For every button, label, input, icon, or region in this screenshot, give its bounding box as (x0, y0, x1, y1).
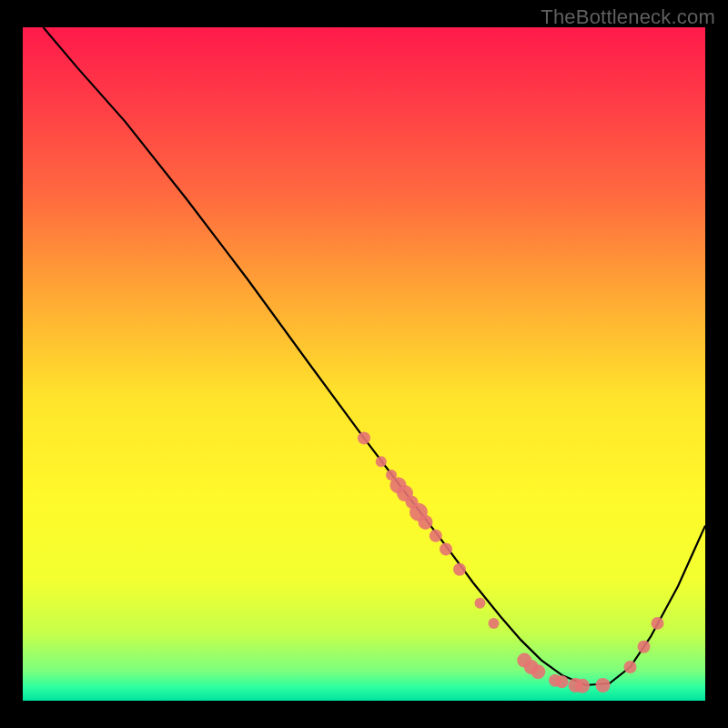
data-point (531, 664, 545, 679)
data-point (376, 456, 387, 467)
plot-area (23, 27, 705, 701)
data-point (575, 679, 590, 693)
data-point (430, 530, 442, 542)
data-point (489, 618, 500, 629)
data-point (624, 661, 637, 673)
data-point (596, 678, 611, 693)
data-point (358, 431, 370, 444)
data-point (440, 543, 452, 556)
data-point (638, 641, 651, 653)
data-point (652, 617, 664, 630)
chart-svg (23, 27, 705, 701)
data-point (453, 563, 466, 576)
app-root: TheBottleneck.com (0, 0, 728, 728)
data-point (556, 675, 569, 688)
chart-background (23, 27, 705, 701)
watermark-text: TheBottleneck.com (541, 5, 715, 29)
data-point (475, 598, 486, 609)
data-point (419, 515, 433, 530)
